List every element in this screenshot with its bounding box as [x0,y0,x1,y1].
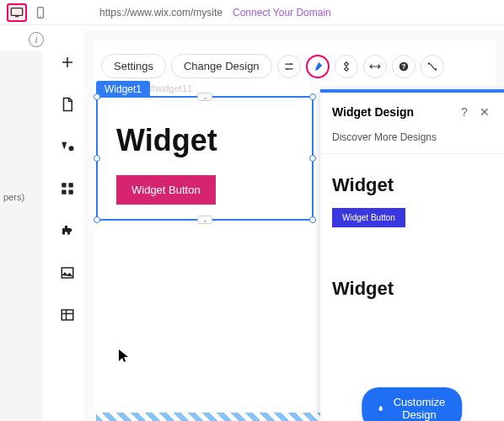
apps-button[interactable] [56,177,79,200]
grid-icon [60,181,75,196]
mobile-icon [34,7,47,19]
diamond-icon [340,61,352,72]
preset-title: Widget [332,174,492,196]
svg-point-10 [290,62,292,64]
resize-handle-bl[interactable] [94,216,100,223]
theme-button[interactable] [56,135,79,158]
resize-handle-l[interactable] [94,155,100,162]
svg-point-14 [427,62,429,64]
widget-button[interactable]: Widget Button [116,175,216,205]
paintbrush-icon [312,61,324,72]
image-icon [60,265,75,280]
media-button[interactable] [56,261,79,285]
customize-label: Customize Design [391,396,448,421]
svg-rect-0 [11,8,22,15]
svg-rect-4 [62,183,66,187]
page-icon [60,97,75,112]
connect-domain-link[interactable]: Connect Your Domain [233,7,331,19]
design-preset-1[interactable]: Widget Widget Button [332,174,492,227]
resize-handle-br[interactable] [309,216,316,223]
customize-design-button[interactable]: Customize Design [362,387,462,421]
editor-canvas[interactable]: Settings Change Design ? Widget1 #widget… [84,30,504,421]
droplet-icon [377,402,384,414]
widget-floating-toolbar: Settings Change Design ? [101,54,444,78]
selected-widget[interactable]: ⌄ ⌄ Widget Widget Button [96,96,314,221]
resize-handle-r[interactable] [309,155,316,162]
edge-marker-bottom[interactable]: ⌄ [197,216,212,224]
mobile-view-button[interactable] [30,3,51,22]
svg-point-2 [40,15,40,16]
stretch-icon [369,61,381,72]
text-drop-icon [60,139,75,154]
design-button[interactable] [306,55,330,78]
widget-design-panel: Widget Design ? ✕ Discover More Designs … [320,89,504,421]
interactions-button[interactable] [421,55,444,78]
resize-handle-tl[interactable] [94,93,100,100]
svg-rect-6 [62,190,66,195]
help-button[interactable]: ? [392,55,416,78]
stretch-button[interactable] [363,55,387,78]
svg-point-3 [69,146,74,151]
flow-icon [426,61,438,72]
widget-selection-tag[interactable]: Widget1 [96,81,150,98]
layout-button[interactable] [277,55,301,78]
mouse-cursor-icon [118,349,130,364]
sliders-icon [283,61,295,72]
preset-button: Widget Button [332,208,405,227]
edge-marker-top[interactable]: ⌄ [197,93,212,101]
tool-rail [51,42,84,327]
pages-button[interactable] [56,93,79,116]
layers-panel-label: pers) [3,192,24,202]
panel-header: Widget Design ? ✕ [320,93,504,128]
svg-rect-9 [62,310,73,320]
table-icon [60,307,75,322]
change-design-button[interactable]: Change Design [171,54,272,78]
resize-handle-tr[interactable] [309,93,316,100]
site-url: https://www.wix.com/mysite [99,7,223,19]
animation-button[interactable] [335,55,358,78]
left-collapsed-panel: pers) [0,51,42,421]
svg-rect-5 [69,183,73,187]
desktop-icon [10,7,24,19]
svg-point-11 [286,67,287,69]
desktop-view-button[interactable] [7,3,27,22]
panel-close-button[interactable]: ✕ [477,104,492,120]
device-toggle [7,3,51,22]
panel-title: Widget Design [332,105,452,119]
puzzle-icon [60,223,75,238]
plus-icon [60,55,75,70]
panel-help-button[interactable]: ? [457,104,472,120]
widget-id-label: #widget11 [150,83,192,93]
panel-subtitle: Discover More Designs [320,128,504,154]
design-preset-2[interactable]: Widget [332,278,492,300]
info-button[interactable]: i [29,32,44,47]
help-icon: ? [398,61,410,72]
svg-rect-7 [69,190,73,195]
data-button[interactable] [56,303,79,327]
add-button[interactable] [56,51,79,74]
plugins-button[interactable] [56,219,79,242]
svg-text:?: ? [401,62,405,70]
preset-title: Widget [332,278,492,300]
svg-point-15 [435,68,437,70]
top-bar: https://www.wix.com/mysite Connect Your … [0,0,504,25]
settings-button[interactable]: Settings [101,54,166,78]
widget-title: Widget [116,123,217,158]
